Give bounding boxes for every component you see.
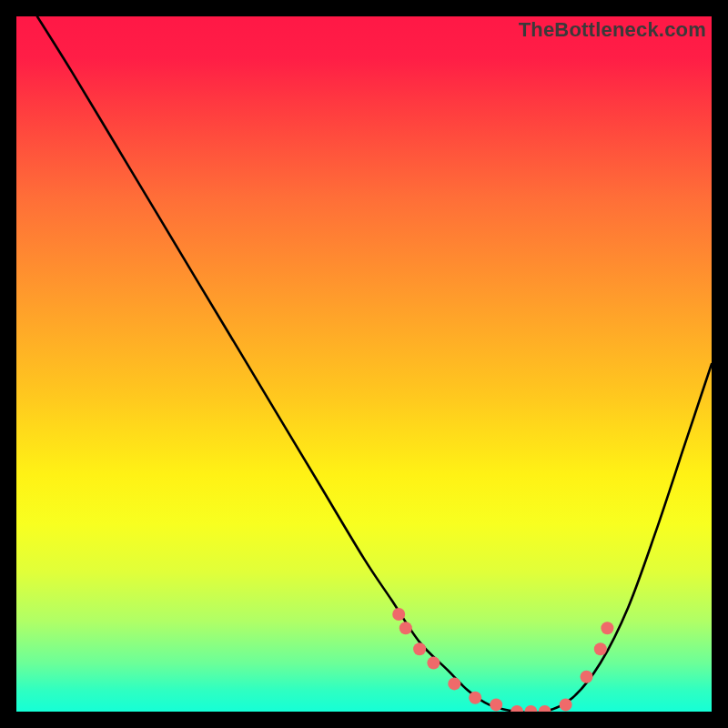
curve-marker xyxy=(581,671,593,683)
curve-marker xyxy=(524,705,537,712)
curve-marker xyxy=(392,608,405,621)
plot-area xyxy=(16,16,712,712)
curve-marker xyxy=(469,692,481,704)
curve-marker xyxy=(413,642,426,655)
curve-marker xyxy=(560,698,572,711)
curve-marker xyxy=(511,705,523,712)
curve-marker xyxy=(539,705,551,712)
chart-frame: TheBottleneck.com xyxy=(16,16,712,712)
curve-marker xyxy=(399,622,412,634)
watermark-text: TheBottleneck.com xyxy=(519,18,706,42)
bottleneck-curve xyxy=(16,16,712,712)
curve-marker xyxy=(448,677,460,690)
curve-marker xyxy=(594,642,607,655)
curve-marker xyxy=(601,622,613,634)
curve-marker xyxy=(427,657,440,670)
curve-marker xyxy=(490,698,502,711)
